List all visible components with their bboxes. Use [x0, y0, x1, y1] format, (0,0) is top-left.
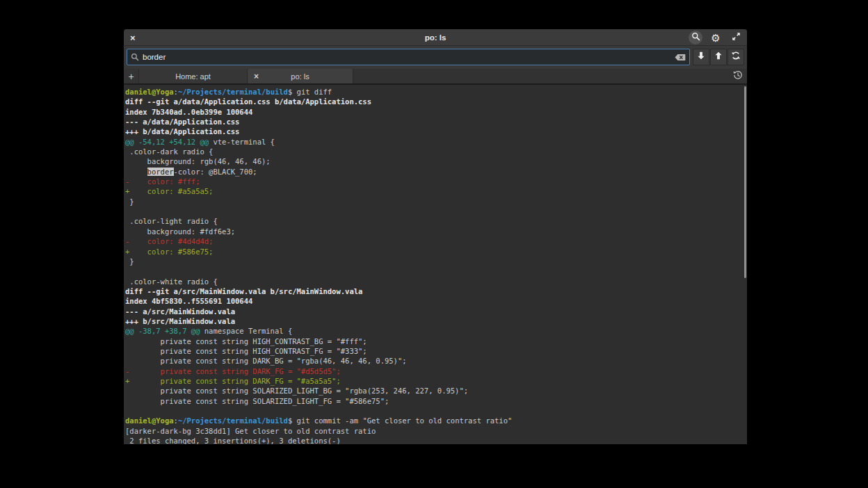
terminal-line: private const string DARK_BG = "rgba(46,…: [125, 356, 747, 366]
terminal-line: private const string SOLARIZED_LIGHT_FG …: [125, 396, 747, 406]
gear-icon: ⚙: [711, 33, 720, 43]
terminal-line: private const string SOLARIZED_LIGHT_BG …: [125, 386, 747, 396]
terminal-line: border-color: @BLACK_700;: [125, 167, 747, 177]
tab-label: Home: apt: [175, 72, 211, 81]
tab-bar: + Home: apt × po: ls: [124, 69, 747, 85]
settings-button[interactable]: ⚙: [709, 31, 723, 44]
terminal-line: private const string HIGH_CONTRAST_FG = …: [125, 346, 747, 356]
search-input-value: border: [143, 53, 671, 61]
terminal-line: [125, 266, 747, 276]
search-icon: [691, 31, 700, 44]
history-icon: [733, 70, 743, 83]
terminal-line: [darker-dark-bg 3c38dd1] Get closer to o…: [125, 426, 747, 436]
titlebar: × po: ls ⚙: [124, 29, 747, 46]
tab-label: po: ls: [291, 72, 309, 81]
terminal-line: + private const string DARK_FG = "#a5a5a…: [125, 376, 747, 386]
terminal-line: diff --git a/data/Application.css b/data…: [125, 97, 747, 106]
search-button[interactable]: [689, 31, 702, 44]
terminal-line: diff --git a/src/MainWindow.vala b/src/M…: [125, 286, 747, 296]
terminal-line: [125, 206, 747, 216]
terminal-line: - color: #4d4d4d;: [125, 236, 747, 246]
terminal-line: + color: #586e75;: [125, 247, 747, 257]
terminal-line: [125, 406, 747, 416]
scrollbar[interactable]: [744, 86, 746, 278]
terminal-line: .color-light radio {: [125, 216, 747, 226]
cycle-icon: [731, 51, 741, 63]
search-input[interactable]: border: [127, 49, 690, 65]
titlebar-actions: ⚙: [689, 29, 743, 46]
terminal-line: +++ b/src/MainWindow.vala: [125, 316, 747, 326]
wrap-around-button[interactable]: [728, 49, 744, 65]
terminal-line: --- a/data/Application.css: [125, 117, 747, 127]
tab-po-ls[interactable]: × po: ls: [248, 69, 353, 83]
terminal-line: }: [125, 257, 747, 266]
find-next-button[interactable]: [693, 49, 709, 65]
terminal-line: background: rgb(46, 46, 46);: [125, 156, 747, 166]
window-title: po: ls: [124, 33, 747, 42]
terminal-line: @@ -38,7 +38,7 @@ namespace Terminal {: [125, 326, 747, 336]
terminal-line: 2 files changed, 3 insertions(+), 3 dele…: [125, 436, 747, 444]
terminal-line: index 7b340ad..0eb399e 100644: [125, 107, 747, 117]
terminal-line: private const string HIGH_CONTRAST_BG = …: [125, 336, 747, 346]
arrow-down-icon: [696, 51, 706, 63]
terminal-line: background: #fdf6e3;: [125, 227, 747, 236]
terminal-window: × po: ls ⚙: [124, 29, 747, 444]
tab-close-icon[interactable]: ×: [254, 72, 259, 81]
clear-text-icon[interactable]: [675, 54, 686, 61]
new-tab-button[interactable]: +: [124, 69, 139, 83]
tab-home-apt[interactable]: Home: apt: [139, 69, 248, 83]
fullscreen-icon: [732, 31, 741, 44]
terminal-line: .color-dark radio {: [125, 147, 747, 156]
terminal-output[interactable]: daniel@Yoga:~/Projects/terminal/build$ g…: [124, 85, 747, 444]
arrow-up-icon: [714, 51, 723, 63]
terminal-line: + color: #a5a5a5;: [125, 186, 747, 196]
restore-closed-tab-button[interactable]: [733, 69, 743, 83]
find-previous-button[interactable]: [710, 49, 727, 65]
terminal-line: --- a/src/MainWindow.vala: [125, 307, 747, 316]
window-close-button[interactable]: ×: [130, 29, 136, 46]
terminal-line: .color-white radio {: [125, 277, 747, 286]
fullscreen-button[interactable]: [729, 31, 743, 44]
terminal-line: - color: #fff;: [125, 177, 747, 186]
terminal-line: index 4bf5830..f555691 100644: [125, 296, 747, 306]
terminal-line: daniel@Yoga:~/Projects/terminal/build$ g…: [125, 87, 747, 97]
terminal-line: daniel@Yoga:~/Projects/terminal/build$ g…: [125, 416, 747, 425]
terminal-line: @@ -54,12 +54,12 @@ vte-terminal {: [125, 137, 747, 147]
terminal-line: - private const string DARK_FG = "#d5d5d…: [125, 366, 747, 376]
magnifier-icon: [131, 53, 139, 61]
search-toolbar: border: [124, 46, 747, 69]
search-nav-buttons: [693, 49, 744, 65]
terminal-line: +++ b/data/Application.css: [125, 127, 747, 136]
terminal-line: }: [125, 197, 747, 206]
